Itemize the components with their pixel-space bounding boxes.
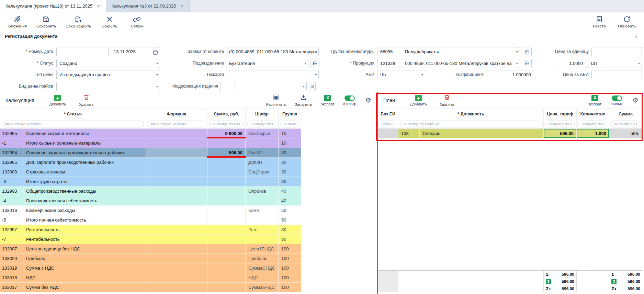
calc-cell-article[interactable]: Производственная себестоимость [23,196,146,206]
calc-cell-formula[interactable] [146,148,207,158]
calc-cell-code[interactable]: Цена1БНДС [246,244,279,254]
gear-icon[interactable]: ⚙ [365,97,371,104]
calc-cell-code[interactable]: ОснСырье [246,129,279,138]
calc-row[interactable]: 132995Основное сырье и материалы9 900.00… [0,129,301,138]
calc-row[interactable]: 133017Сумма без НДССуммаБНДС100 [0,283,301,292]
plan-filter-toggle[interactable]: фильтр [610,95,623,106]
calc-filter-toggle[interactable]: фильтр [343,95,356,106]
calc-cell-id[interactable]: -4 [0,196,23,206]
calc-cell-code[interactable]: ДопЗП [246,158,279,167]
calc-cell-id[interactable]: 132994 [0,148,23,158]
calc-row[interactable]: 132994Основная зарплата производственных… [0,148,301,158]
calc-cell-group[interactable]: 10 [279,138,301,148]
links-button[interactable]: Связки [128,15,146,28]
calc-cell-formula[interactable] [146,235,207,244]
calc-cell-id[interactable]: -5 [0,215,23,225]
calc-row[interactable]: -1Итого сырье и основные материалы10 [0,138,301,148]
calc-cell-formula[interactable] [146,273,207,283]
price-kind-select[interactable]: ▾ [56,82,160,91]
collapse-caret-icon[interactable]: ▴ [635,34,639,38]
unit-price-input[interactable] [591,47,642,56]
calc-row[interactable]: -3Итого трудозатраты30 [0,177,301,186]
calc-cell-formula[interactable] [146,186,207,196]
close-button[interactable]: Закрыть [101,15,118,28]
calc-cell-article[interactable]: Рентабельность [23,225,146,235]
coefficient-input[interactable] [486,70,534,79]
calc-cell-sum[interactable] [207,177,246,186]
plan-cell-qty[interactable]: 1.000 [577,129,609,138]
calc-cell-group[interactable]: 30 [279,148,301,158]
calc-cell-formula[interactable] [146,196,207,206]
plan-export-button[interactable]: X экспорт [588,95,601,106]
refresh-button[interactable]: Обновить [618,15,636,28]
calc-cell-formula[interactable] [146,138,207,148]
calc-row[interactable]: 133007Цена за единицу без НДСЦена1БНДС10… [0,244,301,254]
column-header-quantity[interactable]: Количество [577,109,609,119]
plan-cell-code[interactable]: 108 [398,129,420,138]
calc-cell-sum[interactable] [207,215,246,225]
calc-cell-group[interactable]: 100 [279,283,301,292]
calc-row[interactable]: 133018НДСНДС100 [0,273,301,283]
plan-cell-price[interactable]: 596.00 [544,129,577,138]
calc-cell-article[interactable]: Итого полная себестоимость [23,215,146,225]
calc-cell-sum[interactable] [207,158,246,167]
tab-close-icon[interactable]: × [180,3,184,9]
calc-cell-sum[interactable] [207,138,246,148]
calc-cell-formula[interactable] [146,215,207,225]
calc-cell-code[interactable]: Рент [246,225,279,235]
calc-cell-group[interactable]: 100 [279,254,301,263]
calc-cell-code[interactable]: СуммаБНДС [246,283,279,292]
calc-cell-group[interactable]: 100 [279,244,301,254]
calc-cell-formula[interactable] [146,129,207,138]
calc-cell-sum[interactable] [207,206,246,215]
gear-icon[interactable]: ⚙ [632,97,639,104]
calc-cell-article[interactable]: Рентабельность [23,235,146,244]
calc-cell-group[interactable]: 30 [279,177,301,186]
calc-cell-id[interactable]: 132997 [0,225,23,235]
toggle-on-icon[interactable] [344,95,355,101]
client-request-select[interactable]: (3) 000.4859. 011.000-65-180 Металлорука… [226,47,319,56]
plan-cell-sum[interactable]: 596. [609,129,642,138]
calc-cell-group[interactable]: 30 [279,167,301,177]
calc-cell-id[interactable]: 133017 [0,283,23,292]
calc-delete-button[interactable]: Удалить [79,94,93,106]
calc-cell-id[interactable]: -1 [0,138,23,148]
save-button[interactable]: Сохранить [36,15,56,28]
save-close-button[interactable]: Сохр.Закрыть [66,15,91,28]
calc-cell-code[interactable]: СуммаСНДС [246,263,279,273]
column-header-code[interactable]: Шифр [246,109,279,119]
calc-cell-group[interactable]: 100 [279,263,301,273]
calc-cell-sum[interactable] [207,196,246,206]
calc-cell-id[interactable]: 132995 [0,129,23,138]
department-select[interactable]: Бухгалтерия ▾ [226,59,308,68]
calc-cell-code[interactable] [246,235,279,244]
column-header-article[interactable]: * Статья [0,109,146,119]
tech-card-select[interactable]: ▾ [226,70,319,79]
calc-cell-group[interactable]: 80 [279,235,301,244]
status-select[interactable]: Создано ▾ [56,59,160,68]
calc-cell-article[interactable]: Итого трудозатраты [23,177,146,186]
nom-group-code-input[interactable] [377,47,399,56]
number-input[interactable] [56,47,109,56]
calc-export-button[interactable]: X экспорт [321,95,334,106]
registry-button[interactable]: Реестр [590,15,608,28]
filter-input-article[interactable] [2,121,144,127]
calc-cell-sum[interactable] [207,254,246,263]
registration-section-header[interactable]: Регистрация документа ▴ [0,31,644,41]
calc-cell-formula[interactable] [146,167,207,177]
calc-cell-formula[interactable] [146,263,207,273]
calc-cell-sum[interactable] [207,186,246,196]
calc-cell-code[interactable] [246,138,279,148]
calc-cell-group[interactable]: 10 [279,129,301,138]
calc-row[interactable]: 132993Общепроизводственные расходыОпроиз… [0,186,301,196]
column-header-base-unit[interactable]: Баз.ЕИ [378,109,398,119]
aei-price-input[interactable] [591,70,642,79]
calc-cell-formula[interactable] [146,225,207,235]
tab-close-icon[interactable]: × [97,3,100,9]
calc-cell-id[interactable]: -3 [0,177,23,186]
calc-cell-sum[interactable] [207,244,246,254]
plan-add-button[interactable]: + Добавить [410,95,427,106]
calc-cell-sum[interactable]: 596.00 [207,148,246,158]
calc-cell-article[interactable]: Цена за единицу без НДС [23,244,146,254]
calc-cell-formula[interactable] [146,244,207,254]
